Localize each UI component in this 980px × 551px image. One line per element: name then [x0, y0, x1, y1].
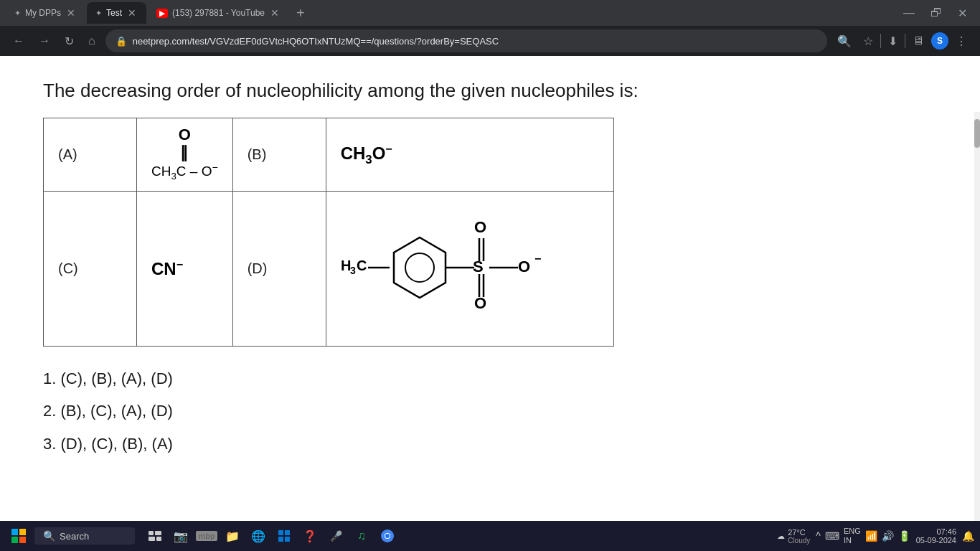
camera-icon-taskbar[interactable]: 📷: [169, 524, 192, 547]
svg-rect-22: [155, 531, 161, 535]
battery-icon[interactable]: 🔋: [898, 530, 910, 542]
maximize-button[interactable]: 🗗: [923, 4, 949, 22]
cell-d-structure: H 3 C S: [326, 191, 613, 346]
youtube-icon: ▶: [156, 9, 168, 18]
option-1-number: 1.: [43, 369, 60, 387]
svg-text:C: C: [357, 258, 367, 273]
acetate-formula: CH3C – O−: [151, 161, 218, 184]
url-text: neetprep.com/test/VGVzdEF0dGVtcHQ6OTIxNT…: [133, 36, 817, 47]
svg-rect-23: [149, 537, 155, 541]
tab-test[interactable]: ✦ Test ✕: [87, 2, 146, 24]
scrollbar-track[interactable]: [974, 112, 980, 521]
weather-widget[interactable]: ☁ 27°C Cloudy: [777, 528, 810, 545]
tab-close-mydpps[interactable]: ✕: [65, 6, 77, 20]
separator: [880, 34, 881, 48]
task-view-icon: [149, 531, 161, 541]
taskbar-app-icons: 📷 mbp 📁 🌐 ❓ 🎤 ♫: [143, 524, 399, 547]
wifi-icon[interactable]: 📶: [865, 530, 877, 542]
search-icon: 🔍: [43, 530, 55, 542]
cell-c-structure: CN−: [137, 191, 233, 346]
option-1-text: (C), (B), (A), (D): [60, 369, 172, 387]
home-button[interactable]: ⌂: [84, 32, 100, 50]
option-2: 2. (B), (C), (A), (D): [43, 396, 937, 426]
language-text[interactable]: ENG IN: [844, 527, 861, 545]
cell-a-label: (A): [44, 118, 137, 191]
svg-text:−: −: [534, 253, 541, 265]
search-icon[interactable]: 🔍: [833, 32, 856, 51]
scrollbar-thumb[interactable]: [974, 119, 980, 148]
option-2-text: (B), (C), (A), (D): [60, 402, 172, 420]
chrome-logo-icon: [381, 529, 394, 542]
tray-chevron[interactable]: ^: [816, 530, 821, 542]
svg-rect-27: [278, 537, 283, 542]
svg-rect-21: [149, 531, 154, 535]
tab-youtube[interactable]: ▶ (153) 297881 - YouTube ✕: [148, 2, 289, 24]
help-icon[interactable]: ❓: [298, 524, 321, 547]
taskbar: 🔍 Search 📷 mbp 📁 🌐: [0, 521, 980, 551]
chrome-icon[interactable]: [376, 524, 399, 547]
new-tab-button[interactable]: +: [291, 5, 311, 22]
spotify-icon[interactable]: ♫: [350, 524, 373, 547]
svg-rect-17: [11, 529, 18, 535]
cell-b-structure: CH3O−: [326, 118, 613, 191]
taskbar-search[interactable]: 🔍 Search: [34, 527, 135, 545]
table-row-ab: (A) O ‖ CH3C – O− (B) CH3O−: [44, 118, 614, 191]
acetate-double-bond: ‖: [151, 145, 218, 161]
svg-marker-4: [394, 237, 446, 298]
options-list: 1. (C), (B), (A), (D) 2. (B), (C), (A), …: [43, 364, 937, 459]
keyboard-icon[interactable]: ⌨: [825, 530, 839, 542]
system-tray: ☁ 27°C Cloudy ^ ⌨ ENG IN 📶 🔊 🔋 07:46 05-…: [777, 527, 974, 545]
svg-rect-20: [19, 537, 26, 543]
minimize-button[interactable]: —: [896, 4, 922, 22]
window-controls: — 🗗 ✕: [896, 4, 974, 23]
cell-b-label: (B): [232, 118, 326, 191]
tab-close-youtube[interactable]: ✕: [269, 6, 281, 20]
option-3-number: 3.: [43, 435, 60, 453]
tab-mydpps[interactable]: ✦ My DPPs ✕: [6, 2, 85, 24]
tosylate-svg: H 3 C S: [341, 202, 599, 331]
tab-bar: ✦ My DPPs ✕ ✦ Test ✕ ▶ (153) 297881 - Yo…: [0, 0, 980, 26]
mic-icon[interactable]: 🎤: [324, 524, 347, 547]
menu-icon[interactable]: ⋮: [951, 32, 971, 51]
folder-icon[interactable]: 📁: [221, 524, 244, 547]
volume-icon[interactable]: 🔊: [882, 530, 894, 542]
edge-icon[interactable]: 🌐: [247, 524, 270, 547]
bookmark-icon[interactable]: ☆: [859, 32, 877, 51]
download-icon[interactable]: ⬇: [884, 32, 902, 51]
chemistry-table: (A) O ‖ CH3C – O− (B) CH3O−: [43, 118, 614, 346]
svg-point-31: [385, 534, 390, 538]
cloud-icon: ☁: [777, 532, 785, 541]
date-display: 05-09-2024: [916, 536, 956, 545]
url-input[interactable]: 🔒 neetprep.com/test/VGVzdEF0dGVtcHQ6OTIx…: [105, 29, 827, 52]
datetime-display[interactable]: 07:46 05-09-2024: [916, 527, 956, 545]
option-3-text: (D), (C), (B), (A): [60, 435, 172, 453]
tab-title-test: Test: [106, 8, 122, 18]
back-button[interactable]: ←: [9, 32, 29, 50]
methoxide-structure: CH3O−: [341, 143, 599, 167]
acetate-oxygen-top: O: [151, 126, 218, 144]
language-label: ENG: [844, 527, 861, 536]
svg-rect-25: [278, 530, 283, 535]
tab-title-mydpps: My DPPs: [25, 8, 61, 18]
forward-button[interactable]: →: [34, 32, 55, 50]
windows-logo-icon: [11, 529, 26, 543]
svg-rect-28: [285, 537, 290, 542]
start-button[interactable]: [6, 523, 32, 549]
svg-text:3: 3: [350, 265, 356, 276]
notification-icon[interactable]: 🔔: [962, 530, 974, 542]
cast-icon[interactable]: 🖥: [908, 32, 928, 50]
option-3: 3. (D), (C), (B), (A): [43, 429, 937, 459]
profile-avatar[interactable]: S: [931, 32, 948, 50]
grid-icon[interactable]: [273, 524, 296, 547]
svg-rect-18: [19, 529, 26, 535]
table-row-cd: (C) CN− (D) H 3 C: [44, 191, 614, 346]
apps-grid-icon: [278, 530, 290, 542]
mbp-icon[interactable]: mbp: [195, 524, 218, 547]
close-button[interactable]: ✕: [951, 4, 974, 23]
time-display: 07:46: [916, 527, 956, 536]
search-text: Search: [60, 531, 89, 542]
browser-chrome: ✦ My DPPs ✕ ✦ Test ✕ ▶ (153) 297881 - Yo…: [0, 0, 980, 56]
tab-close-test[interactable]: ✕: [126, 6, 138, 20]
refresh-button[interactable]: ↻: [60, 32, 78, 51]
taskview-icon[interactable]: [143, 524, 166, 547]
